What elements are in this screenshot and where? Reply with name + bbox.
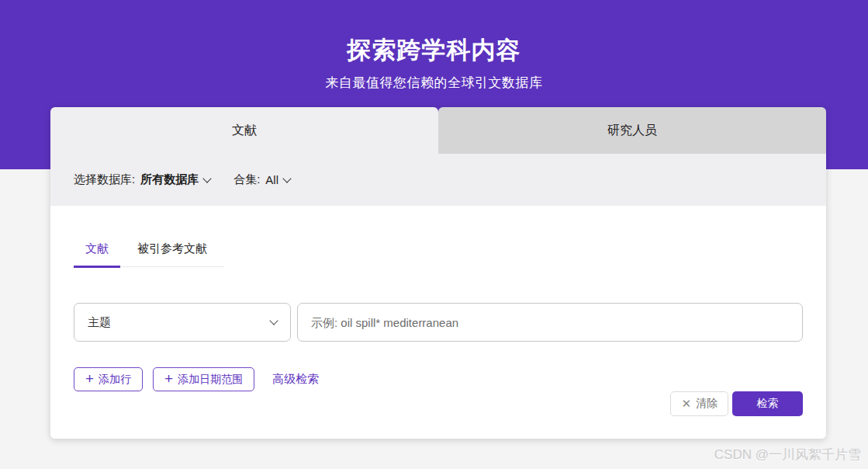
main-tabs: 文献 研究人员	[50, 107, 826, 154]
collection-label: 合集:	[233, 172, 260, 187]
database-dropdown-value: 所有数据库	[140, 172, 199, 187]
page-subtitle: 来自最值得您信赖的全球引文数据库	[0, 74, 868, 92]
chevron-down-icon	[203, 174, 212, 182]
select-database-label: 选择数据库:	[74, 172, 135, 187]
watermark: CSDN @一川风絮千片雪	[714, 446, 861, 464]
search-form: 文献 被引参考文献 主题 + 添加行 + 添加日期范围 高级检索 ✕	[50, 206, 826, 439]
tab-researchers-label: 研究人员	[607, 123, 657, 139]
collection-dropdown[interactable]: All	[265, 173, 290, 186]
tab-documents[interactable]: 文献	[50, 107, 438, 154]
add-row-label: 添加行	[99, 373, 131, 387]
subtab-cited-references[interactable]: 被引参考文献	[120, 234, 224, 266]
clear-button[interactable]: ✕ 清除	[670, 391, 728, 416]
add-date-range-button[interactable]: + 添加日期范围	[153, 367, 254, 391]
subtab-documents[interactable]: 文献	[74, 234, 120, 268]
chevron-down-icon	[269, 316, 278, 325]
field-selector[interactable]: 主题	[74, 303, 291, 342]
chevron-down-icon	[282, 174, 291, 182]
search-subtabs: 文献 被引参考文献	[74, 234, 224, 267]
field-selector-value: 主题	[88, 315, 111, 330]
search-card: 文献 研究人员 选择数据库: 所有数据库 合集: All 文献 被引参考文献 主…	[50, 107, 826, 439]
form-actions: + 添加行 + 添加日期范围 高级检索	[74, 367, 319, 391]
search-button[interactable]: 检索	[732, 391, 803, 416]
search-input[interactable]	[297, 303, 803, 342]
advanced-search-link[interactable]: 高级检索	[272, 372, 319, 387]
submit-actions: ✕ 清除 检索	[670, 391, 803, 416]
database-bar: 选择数据库: 所有数据库 合集: All	[50, 154, 826, 206]
query-row: 主题	[74, 303, 803, 342]
tab-researchers[interactable]: 研究人员	[438, 107, 826, 154]
tab-documents-label: 文献	[232, 123, 257, 139]
close-icon: ✕	[681, 397, 691, 411]
collection-dropdown-value: All	[265, 173, 278, 186]
plus-icon: +	[85, 371, 94, 386]
database-dropdown[interactable]: 所有数据库	[140, 172, 210, 187]
plus-icon: +	[164, 371, 173, 386]
page-title: 探索跨学科内容	[0, 0, 868, 67]
clear-button-label: 清除	[696, 397, 718, 411]
add-row-button[interactable]: + 添加行	[74, 367, 143, 391]
add-date-range-label: 添加日期范围	[178, 373, 243, 387]
